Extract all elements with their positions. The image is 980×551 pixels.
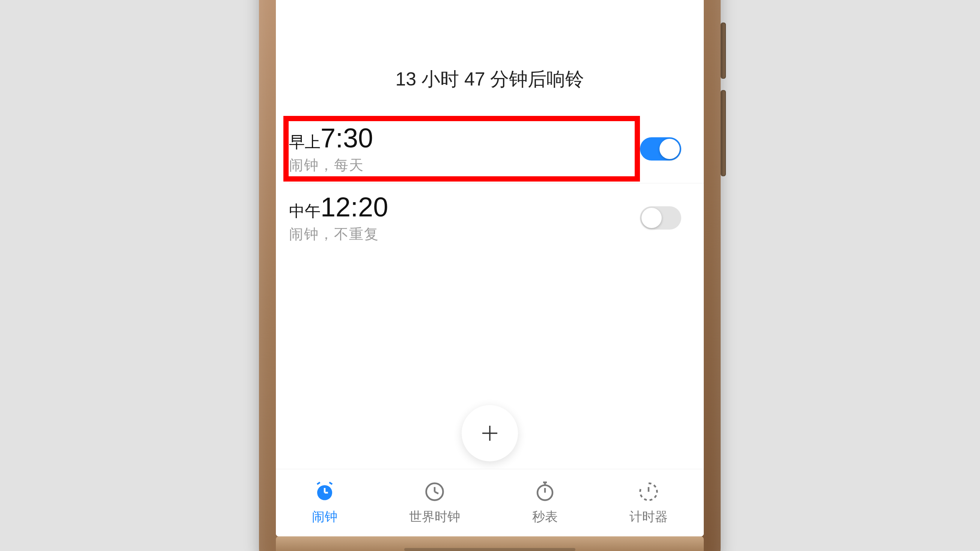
svg-line-6 <box>329 482 332 484</box>
tab-label: 世界时钟 <box>409 508 460 526</box>
plus-icon <box>479 422 501 445</box>
timer-icon <box>637 481 660 503</box>
tab-alarm[interactable]: 闹钟 <box>312 481 337 526</box>
alarm-description: 闹钟，不重复 <box>289 225 388 244</box>
alarm-time-prefix: 早上 <box>289 133 321 151</box>
svg-line-5 <box>317 482 320 484</box>
clock-icon <box>423 481 446 503</box>
alarm-toggle[interactable] <box>640 137 681 160</box>
alarm-time: 7:30 <box>321 123 373 153</box>
alarm-description: 闹钟，每天 <box>289 156 373 175</box>
alarm-time-prefix: 中午 <box>289 202 321 220</box>
alarm-clock-icon <box>313 481 336 503</box>
alarm-list: 早上7:30 闹钟，每天 中午12:20 闹钟，不重复 <box>276 114 704 252</box>
tab-world-clock[interactable]: 世界时钟 <box>409 481 460 526</box>
alarm-row[interactable]: 早上7:30 闹钟，每天 <box>276 114 704 183</box>
tab-label: 闹钟 <box>312 508 337 526</box>
stopwatch-icon <box>534 481 556 503</box>
tab-timer[interactable]: 计时器 <box>630 481 668 526</box>
svg-line-9 <box>434 492 438 494</box>
current-time-hero: 傍晚5:42:52 13 小时 47 分钟后响铃 <box>276 0 704 92</box>
side-button[interactable] <box>721 90 726 176</box>
tab-label: 计时器 <box>630 508 668 526</box>
alarm-time: 12:20 <box>321 192 388 222</box>
alarm-row[interactable]: 中午12:20 闹钟，不重复 <box>289 183 704 252</box>
alarm-toggle[interactable] <box>640 206 681 230</box>
tab-label: 秒表 <box>532 508 558 526</box>
screen: 傍晚5:42:52 13 小时 47 分钟后响铃 早上7:30 闹钟，每天 <box>276 0 704 537</box>
phone-chin <box>276 537 704 551</box>
side-button[interactable] <box>721 22 726 79</box>
clock-app: 傍晚5:42:52 13 小时 47 分钟后响铃 早上7:30 闹钟，每天 <box>276 0 704 537</box>
add-alarm-button[interactable] <box>462 405 518 461</box>
bottom-tab-bar: 闹钟 世界时钟 秒表 <box>276 469 704 537</box>
phone-frame: 傍晚5:42:52 13 小时 47 分钟后响铃 早上7:30 闹钟，每天 <box>259 0 721 551</box>
next-ring-label: 13 小时 47 分钟后响铃 <box>276 67 704 92</box>
tab-stopwatch[interactable]: 秒表 <box>532 481 558 526</box>
